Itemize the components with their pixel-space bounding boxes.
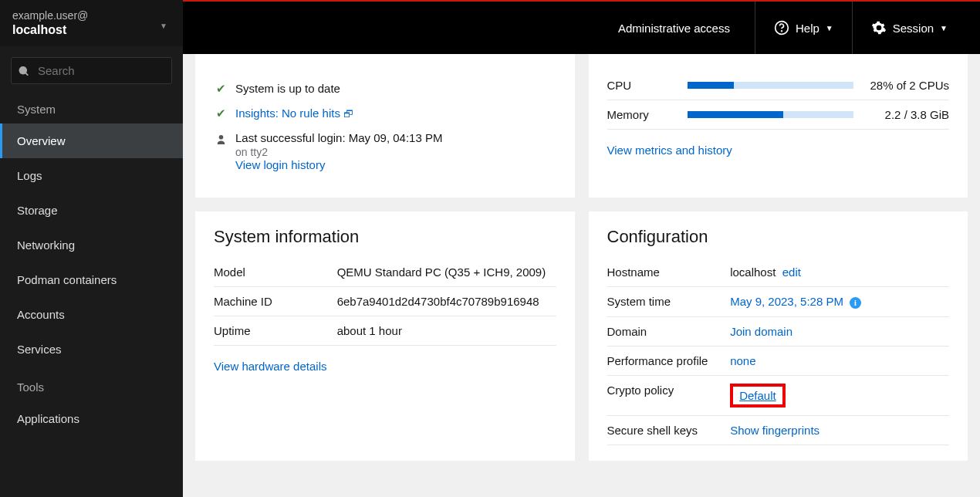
search-icon <box>19 65 29 77</box>
sysinfo-key: Uptime <box>214 316 337 346</box>
chevron-down-icon: ▼ <box>826 24 833 32</box>
help-icon <box>774 20 789 36</box>
table-row: Crypto policyDefault <box>607 375 950 415</box>
topbar: Administrative access Help ▼ Session ▼ <box>183 0 980 54</box>
table-row: Machine ID6eb7a9401d2d4730bf4c70789b9169… <box>214 287 556 316</box>
sysinfo-val: QEMU Standard PC (Q35 + ICH9, 2009) <box>337 258 556 287</box>
memory-label: Memory <box>607 108 677 121</box>
search-wrap <box>0 46 183 89</box>
config-table: Hostnamelocalhost edit System timeMay 9,… <box>607 258 950 445</box>
insights-link[interactable]: Insights: No rule hits 🗗 <box>235 106 353 120</box>
table-row: Hostnamelocalhost edit <box>607 258 950 287</box>
session-label: Session <box>893 22 934 35</box>
memory-value: 2.2 / 3.8 GiB <box>864 108 949 121</box>
config-key: System time <box>607 287 731 317</box>
sysinfo-key: Model <box>214 258 337 287</box>
system-time-link[interactable]: May 9, 2023, 5:28 PM <box>730 295 843 308</box>
content: ✔ System is up to date ✔ Insights: No ru… <box>183 54 980 497</box>
ssh-fingerprints-link[interactable]: Show fingerprints <box>730 424 819 437</box>
table-row: DomainJoin domain <box>607 316 950 346</box>
user-icon <box>214 131 228 145</box>
config-key: Secure shell keys <box>607 415 731 445</box>
cpu-value: 28% of 2 CPUs <box>864 79 949 92</box>
chevron-down-icon: ▼ <box>940 24 948 32</box>
chevron-down-icon: ▼ <box>160 22 167 30</box>
nav-item-storage[interactable]: Storage <box>0 193 183 228</box>
table-row: Secure shell keysShow fingerprints <box>607 415 950 445</box>
join-domain-link[interactable]: Join domain <box>730 325 792 338</box>
metrics-link[interactable]: View metrics and history <box>607 144 950 157</box>
cpu-bar-fill <box>688 82 734 89</box>
cpu-label: CPU <box>607 79 677 92</box>
highlight-box: Default <box>730 384 786 407</box>
host-selector[interactable]: example.user@ localhost ▼ <box>0 0 183 46</box>
external-link-icon: 🗗 <box>343 108 353 120</box>
user-label: example.user@ <box>12 9 171 22</box>
admin-access-button[interactable]: Administrative access <box>600 2 755 54</box>
usage-panel: CPU 28% of 2 CPUs Memory 2.2 / 3.8 GiB V… <box>589 54 968 198</box>
last-login-sub: on tty2 <box>235 146 442 158</box>
sysinfo-key: Machine ID <box>214 287 337 316</box>
nav-item-overview[interactable]: Overview <box>0 123 183 158</box>
nav-item-networking[interactable]: Networking <box>0 228 183 262</box>
usage-row-memory: Memory 2.2 / 3.8 GiB <box>607 100 950 130</box>
table-row: System timeMay 9, 2023, 5:28 PM i <box>607 287 950 317</box>
nav-item-logs[interactable]: Logs <box>0 158 183 193</box>
insights-label: Insights: No rule hits <box>235 106 340 120</box>
cpu-bar <box>688 82 854 89</box>
nav-item-services[interactable]: Services <box>0 332 183 367</box>
memory-bar <box>688 111 854 118</box>
info-icon: i <box>850 295 861 308</box>
config-panel: Configuration Hostnamelocalhost edit Sys… <box>589 211 968 461</box>
hostname-value: localhost <box>730 265 776 279</box>
last-login-label: Last successful login: May 09, 04:13 PM <box>235 131 442 144</box>
table-row: ModelQEMU Standard PC (Q35 + ICH9, 2009) <box>214 258 556 287</box>
svg-point-1 <box>782 31 782 32</box>
sysinfo-table: ModelQEMU Standard PC (Q35 + ICH9, 2009)… <box>214 258 556 346</box>
nav-item-applications[interactable]: Applications <box>0 401 183 436</box>
nav-group-system: System <box>0 89 183 123</box>
check-icon: ✔ <box>214 82 228 96</box>
nav-item-podman[interactable]: Podman containers <box>0 262 183 297</box>
sysinfo-title: System information <box>214 227 556 247</box>
host-label: localhost <box>12 23 171 37</box>
sysinfo-panel: System information ModelQEMU Standard PC… <box>195 211 575 461</box>
health-uptodate: System is up to date <box>235 82 340 95</box>
config-key: Domain <box>607 316 731 346</box>
gear-icon <box>871 20 887 36</box>
table-row: Uptimeabout 1 hour <box>214 316 556 346</box>
admin-access-label: Administrative access <box>618 22 730 35</box>
sysinfo-val: 6eb7a9401d2d4730bf4c70789b916948 <box>337 287 556 316</box>
table-row: Performance profilenone <box>607 346 950 375</box>
config-title: Configuration <box>607 227 950 247</box>
nav-item-accounts[interactable]: Accounts <box>0 297 183 332</box>
svg-text:i: i <box>854 299 857 307</box>
search-input[interactable] <box>11 57 172 84</box>
hostname-edit-link[interactable]: edit <box>782 265 801 279</box>
config-key: Crypto policy <box>607 375 731 415</box>
memory-bar-fill <box>688 111 784 118</box>
sysinfo-val: about 1 hour <box>337 316 556 346</box>
session-menu[interactable]: Session ▼ <box>852 2 966 54</box>
usage-row-cpu: CPU 28% of 2 CPUs <box>607 71 950 100</box>
crypto-policy-link[interactable]: Default <box>739 389 776 402</box>
help-menu[interactable]: Help ▼ <box>755 2 852 54</box>
sidebar: example.user@ localhost ▼ System Overvie… <box>0 0 183 497</box>
config-key: Performance profile <box>607 346 731 375</box>
nav-group-tools: Tools <box>0 367 183 401</box>
hardware-details-link[interactable]: View hardware details <box>214 360 556 373</box>
config-key: Hostname <box>607 258 731 287</box>
login-history-link[interactable]: View login history <box>235 158 325 171</box>
health-panel: ✔ System is up to date ✔ Insights: No ru… <box>195 54 575 198</box>
perf-profile-link[interactable]: none <box>730 354 755 367</box>
check-icon: ✔ <box>214 106 228 120</box>
help-label: Help <box>796 22 819 35</box>
